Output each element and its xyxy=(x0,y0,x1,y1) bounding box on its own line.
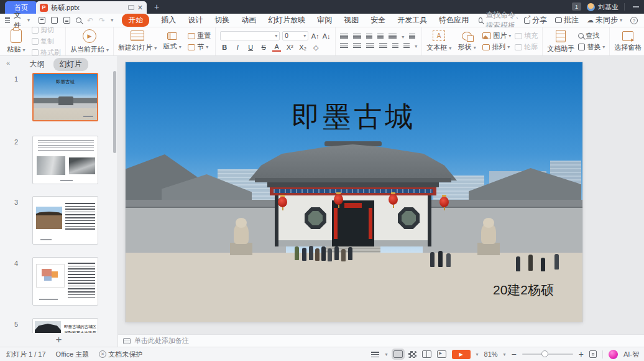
zoom-in-button[interactable]: + xyxy=(579,349,584,359)
tab-security[interactable]: 安全 xyxy=(370,15,385,26)
slide-thumbnail-2[interactable] xyxy=(32,136,98,184)
increase-font-icon[interactable]: A↑ xyxy=(311,32,320,40)
slide-thumbnail-1[interactable]: 即墨古城 xyxy=(32,73,98,121)
sidebar-scrollbar[interactable] xyxy=(113,71,116,153)
tab-window-icon[interactable] xyxy=(128,5,134,10)
new-slide-button[interactable]: 新建幻灯片 ▾ xyxy=(118,30,157,52)
file-menu-caret-icon[interactable]: ▾ xyxy=(27,17,30,23)
ai-assistant-label[interactable]: AI-智 xyxy=(623,350,639,359)
selection-pane-button[interactable]: 选择窗格 xyxy=(614,31,642,52)
protection-status[interactable]: ✕文档未保护 xyxy=(99,350,142,359)
subscript-button[interactable]: X₂ xyxy=(298,44,307,51)
tab-home[interactable]: 开始 xyxy=(122,14,149,27)
save-icon[interactable] xyxy=(39,17,45,24)
bullets-icon[interactable] xyxy=(340,34,348,40)
clear-format-icon[interactable]: ◇ xyxy=(311,44,320,52)
zoom-caret-icon[interactable]: ▾ xyxy=(504,352,506,357)
comment-button[interactable]: 批注 xyxy=(555,15,579,26)
increase-indent-icon[interactable] xyxy=(377,34,384,40)
fit-to-window-icon[interactable] xyxy=(589,350,597,358)
slide-title[interactable]: 即墨古城 xyxy=(126,98,582,136)
help-icon[interactable]: ? xyxy=(630,17,638,24)
ai-assistant-icon[interactable] xyxy=(609,350,618,359)
notes-toggle-caret-icon[interactable]: ▾ xyxy=(385,352,387,357)
print-preview-icon[interactable] xyxy=(76,17,81,23)
font-name-select[interactable]: ▾ xyxy=(220,31,280,40)
new-slide-label: 新建幻灯片 xyxy=(118,44,152,51)
export-icon[interactable] xyxy=(51,17,58,24)
tab-insert[interactable]: 插入 xyxy=(161,15,176,26)
view-slideshow-icon[interactable] xyxy=(437,350,446,358)
notes-toggle-icon[interactable] xyxy=(371,352,379,357)
view-normal-icon[interactable] xyxy=(393,350,403,358)
zoom-level[interactable]: 81% xyxy=(484,350,498,358)
underline-button[interactable]: U xyxy=(246,44,255,51)
quickbar-more-icon[interactable]: ▾ xyxy=(111,17,113,23)
distribute-icon[interactable] xyxy=(392,43,398,49)
replace-button[interactable]: 替换 ▾ xyxy=(578,42,605,52)
redo-icon[interactable]: ↷ xyxy=(99,16,105,25)
view-reading-icon[interactable] xyxy=(422,350,431,358)
tab-animation[interactable]: 动画 xyxy=(241,15,256,26)
add-slide-button[interactable]: + xyxy=(56,334,62,346)
zoom-out-button[interactable]: − xyxy=(512,349,517,359)
tab-transitions[interactable]: 切换 xyxy=(214,15,229,26)
reset-button[interactable]: 重置 xyxy=(188,31,211,40)
arrange-button[interactable]: 排列 ▾ xyxy=(482,42,511,52)
tab-outline[interactable]: 大纲 xyxy=(30,59,45,70)
section-button[interactable]: 节 ▾ xyxy=(188,42,211,52)
columns-icon[interactable] xyxy=(403,43,410,49)
strikethrough-button[interactable]: S xyxy=(259,44,268,51)
zoom-slider[interactable] xyxy=(522,354,573,355)
find-button[interactable]: 查找 xyxy=(578,31,605,40)
bold-button[interactable]: B xyxy=(220,44,229,51)
line-spacing-icon[interactable] xyxy=(389,34,397,40)
decrease-indent-icon[interactable] xyxy=(366,34,372,40)
user-account[interactable]: 刘基业 xyxy=(587,0,619,14)
shapes-button[interactable]: 形状 ▾ xyxy=(455,32,479,52)
numbering-icon[interactable] xyxy=(353,34,361,40)
align-right-icon[interactable] xyxy=(366,43,374,49)
slide-author-text[interactable]: 20建2杨硕 xyxy=(493,281,554,299)
justify-icon[interactable] xyxy=(379,43,387,49)
undo-icon[interactable]: ↶ xyxy=(87,16,93,25)
slide-canvas[interactable]: 即墨古城 20建2杨硕 xyxy=(126,62,582,322)
play-options-caret-icon[interactable]: ▾ xyxy=(476,352,479,357)
tab-special-apps[interactable]: 特色应用 xyxy=(439,15,469,26)
font-color-button[interactable]: A xyxy=(272,43,281,52)
slide-thumbnail-4[interactable] xyxy=(32,257,98,306)
align-center-icon[interactable] xyxy=(353,43,361,49)
minimize-icon[interactable] xyxy=(633,6,639,7)
new-tab-button[interactable]: + xyxy=(150,0,163,14)
zoom-slider-knob[interactable] xyxy=(541,350,548,357)
tab-close-icon[interactable]: ✕ xyxy=(137,4,143,12)
layout-button[interactable]: 版式 ▾ xyxy=(160,32,184,51)
align-left-icon[interactable] xyxy=(340,43,348,49)
picture-button[interactable]: 图片 ▾ xyxy=(482,31,511,40)
print-icon[interactable] xyxy=(63,17,70,24)
tab-slideshow[interactable]: 幻灯片放映 xyxy=(268,15,305,26)
tab-slides[interactable]: 幻灯片 xyxy=(53,58,88,71)
play-slideshow-button[interactable]: ▶ xyxy=(452,350,471,359)
tab-design[interactable]: 设计 xyxy=(188,15,203,26)
font-size-select[interactable]: 0▾ xyxy=(282,31,308,40)
sync-status[interactable]: ☁未同步▾ xyxy=(587,15,622,26)
play-from-current-button[interactable]: ▶ 从当前开始 ▾ xyxy=(70,29,109,54)
paste-button[interactable]: 粘贴 ▾ xyxy=(4,29,28,54)
theme-name[interactable]: Office 主题 xyxy=(56,350,90,359)
tab-devtools[interactable]: 开发工具 xyxy=(397,15,427,26)
tab-view[interactable]: 视图 xyxy=(344,15,359,26)
slide-thumbnail-3[interactable] xyxy=(32,196,98,245)
decrease-font-icon[interactable]: A↓ xyxy=(322,32,331,40)
doc-assistant-button[interactable]: 文档助手 xyxy=(547,30,574,54)
view-sorter-icon[interactable] xyxy=(408,351,416,358)
italic-button[interactable]: I xyxy=(233,44,242,51)
tab-review[interactable]: 审阅 xyxy=(317,15,332,26)
notes-bar[interactable]: 单击此处添加备注 xyxy=(118,334,644,347)
text-direction-icon[interactable] xyxy=(409,34,415,40)
notification-badge[interactable]: 1 xyxy=(572,2,581,11)
superscript-button[interactable]: X² xyxy=(285,44,294,51)
hamburger-menu-icon[interactable] xyxy=(5,17,10,23)
share-button[interactable]: 分享 xyxy=(524,15,547,26)
textbox-button[interactable]: A 文本框 ▾ xyxy=(426,30,451,52)
